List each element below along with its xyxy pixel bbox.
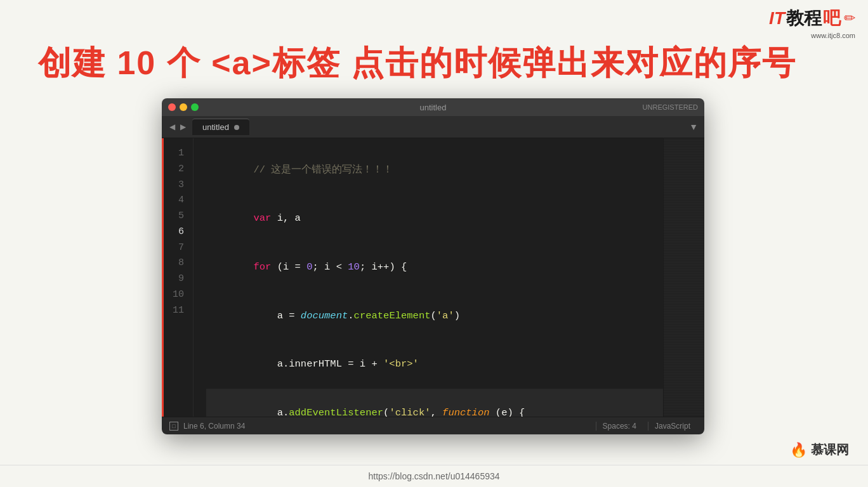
pen-icon: ✏: [844, 10, 855, 27]
status-language: JavaScript: [648, 422, 697, 431]
editor-statusbar: □ Line 6, Column 34 Spaces: 4 JavaScript: [162, 417, 704, 434]
logo-url: www.itjc8.com: [811, 32, 855, 39]
code-content[interactable]: // 这是一个错误的写法！！！ var i, a for (i = 0; i <…: [194, 138, 663, 417]
bottom-url: https://blog.csdn.net/u014465934: [368, 471, 499, 481]
status-icon: □: [169, 422, 178, 431]
editor-window: untitled UNREGISTERED ◀ ▶ untitled ▼ 1 2…: [162, 98, 704, 434]
bottom-bar: https://blog.csdn.net/u014465934: [0, 465, 868, 487]
maximize-button[interactable]: [191, 103, 199, 111]
line-num-4: 4: [162, 193, 193, 209]
code-line-1: // 这是一个错误的写法！！！: [206, 146, 663, 195]
code-line-6: a.addEventListener('click', function (e)…: [206, 389, 663, 417]
editor-window-title: untitled: [420, 103, 447, 112]
line-num-2: 2: [162, 162, 193, 178]
editor-titlebar: untitled UNREGISTERED: [162, 98, 704, 116]
code-line-5: a.innerHTML = i + '<br>': [206, 341, 663, 389]
tab-name: untitled: [202, 122, 229, 132]
line-num-9: 9: [162, 271, 193, 287]
logo-jc: 教程: [786, 6, 822, 30]
line-num-11: 11: [162, 303, 193, 319]
unregistered-label: UNREGISTERED: [643, 103, 698, 111]
editor-body: 1 2 3 4 5 6 7 8 9 10 11 // 这是一个错误的写法！！！ …: [162, 138, 704, 417]
flame-icon: 🔥: [790, 442, 807, 458]
active-line-indicator: [162, 138, 164, 417]
traffic-lights: [168, 103, 199, 111]
status-line-col: Line 6, Column 34: [183, 422, 245, 431]
tab-nav-left[interactable]: ◀: [167, 121, 178, 133]
minimize-button[interactable]: [180, 103, 187, 111]
logo-area: IT 教程 吧 ✏ www.itjc8.com: [769, 6, 855, 39]
code-line-2: var i, a: [206, 195, 663, 244]
mooc-logo: 🔥 慕课网: [790, 441, 849, 458]
line-num-5: 5: [162, 209, 193, 224]
status-spaces: Spaces: 4: [596, 422, 643, 431]
line-num-7: 7: [162, 240, 193, 256]
line-num-8: 8: [162, 256, 193, 271]
line-numbers: 1 2 3 4 5 6 7 8 9 10 11: [162, 138, 194, 417]
editor-tabbar: ◀ ▶ untitled ▼: [162, 116, 704, 138]
line-num-1: 1: [162, 146, 193, 162]
code-line-4: a = document.createElement('a'): [206, 292, 663, 341]
minimap: [663, 138, 704, 417]
logo-it: IT: [769, 8, 785, 29]
tab-nav-right[interactable]: ▶: [178, 121, 188, 133]
tab-indicator: [234, 125, 239, 130]
mooc-label: 慕课网: [811, 441, 849, 458]
editor-tab[interactable]: untitled: [192, 119, 249, 135]
line-num-3: 3: [162, 178, 193, 193]
tab-dropdown[interactable]: ▼: [689, 122, 698, 132]
line-num-10: 10: [162, 287, 193, 303]
page-title: 创建 10 个 <a>标签 点击的时候弹出来对应的序号: [38, 41, 796, 86]
logo-ba: 吧: [823, 6, 841, 30]
code-line-3: for (i = 0; i < 10; i++) {: [206, 243, 663, 292]
close-button[interactable]: [168, 103, 176, 111]
line-num-6: 6: [162, 224, 193, 240]
